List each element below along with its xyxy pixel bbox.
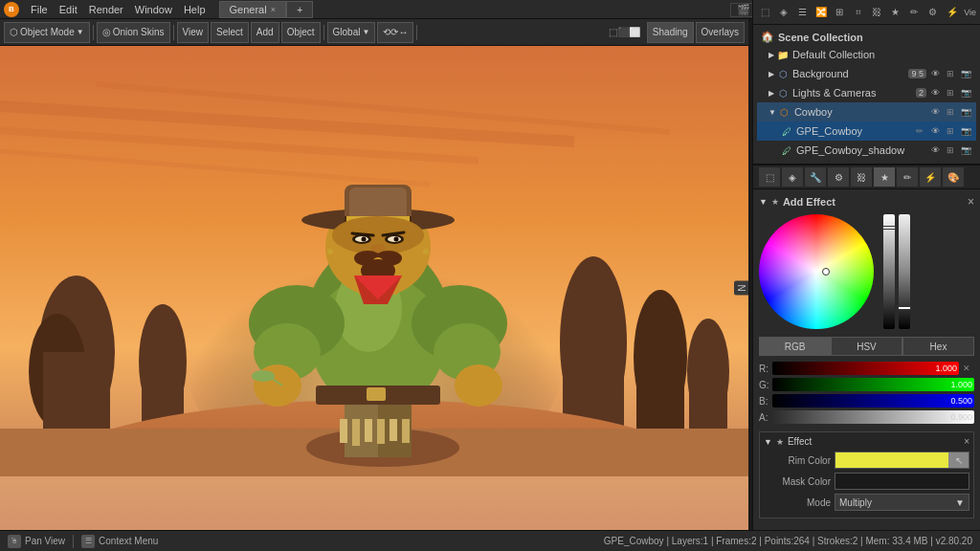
color-wheel-container[interactable]	[759, 214, 874, 329]
color-picker-close-btn[interactable]: ×	[968, 195, 974, 209]
shading-btn[interactable]: Shading	[647, 22, 694, 43]
cowboy-render-btn[interactable]: 📷	[959, 105, 972, 119]
prop-btn-9[interactable]: 🎨	[943, 167, 964, 187]
prop-btn-6[interactable]: ★	[874, 167, 895, 187]
outliner-icon-btn10[interactable]: ⚙	[924, 3, 941, 22]
overlays-btn[interactable]: Overlays	[696, 22, 745, 43]
brightness-handle[interactable]	[882, 226, 896, 230]
tab-new[interactable]: +	[286, 1, 313, 18]
color-wheel-dot[interactable]	[822, 268, 830, 276]
r-slider[interactable]: 1.000	[772, 362, 959, 375]
lights-eye-btn[interactable]: 👁	[928, 86, 942, 99]
default-collection-icon: 📁	[776, 48, 790, 61]
menu-file[interactable]: File	[25, 4, 54, 15]
tab-hex[interactable]: Hex	[902, 337, 974, 356]
effect-collapse-btn[interactable]: ▼	[759, 197, 768, 207]
add-effect-label: Add Effect	[783, 196, 835, 208]
object-btn[interactable]: Object	[281, 22, 321, 43]
gpe-shadow-restrict-btn[interactable]: ⊞	[944, 143, 957, 157]
outliner-icon-btn4[interactable]: 🔀	[813, 3, 829, 22]
a-slider[interactable]: 0.900	[772, 410, 974, 424]
g-slider[interactable]: 1.000	[772, 378, 974, 391]
n-panel-label[interactable]: N	[734, 280, 748, 295]
transform-icon: ⟲⟳↔	[383, 27, 408, 37]
gpe-cowboy-render-btn[interactable]: 📷	[959, 124, 972, 138]
view-label: View	[183, 27, 204, 37]
svg-point-52	[394, 237, 399, 242]
prop-btn-4[interactable]: ⚙	[828, 167, 849, 187]
view-btn[interactable]: View	[177, 22, 210, 43]
menu-render[interactable]: Render	[83, 4, 129, 15]
cowboy-item[interactable]: ▼ ⬡ Cowboy 👁 ⊞ 📷	[757, 102, 976, 121]
prop-btn-3[interactable]: 🔧	[805, 167, 826, 187]
gpe-cowboy-shadow-item[interactable]: 🖊 GPE_Cowboy_shadow 👁 ⊞ 📷	[757, 141, 976, 160]
prop-btn-7[interactable]: ✏	[897, 167, 918, 187]
lights-restrict-btn[interactable]: ⊞	[944, 86, 957, 99]
mask-color-swatch[interactable]	[835, 473, 969, 490]
background-render-btn[interactable]: 📷	[959, 67, 972, 80]
menu-help[interactable]: Help	[178, 4, 212, 15]
tab-rgb[interactable]: RGB	[759, 337, 831, 356]
lights-cameras-item[interactable]: ▶ ⬡ Lights & Cameras 2 👁 ⊞ 📷	[757, 83, 976, 102]
outliner-icon-btn9[interactable]: ✏	[905, 3, 922, 22]
onion-skins-btn[interactable]: ◎ Onion Skins	[97, 22, 170, 43]
background-restrict-btn[interactable]: ⊞	[944, 67, 957, 80]
lights-render-btn[interactable]: 📷	[959, 86, 972, 99]
gpe-cowboy-eye-btn[interactable]: 👁	[928, 124, 942, 138]
prop-btn-5[interactable]: ⛓	[851, 167, 872, 187]
tab-hsv[interactable]: HSV	[831, 337, 902, 356]
gpe-shadow-render-btn[interactable]: 📷	[959, 143, 972, 157]
cowboy-restrict-btn[interactable]: ⊞	[944, 105, 957, 119]
effect-fav-btn[interactable]: ★	[771, 197, 779, 207]
mask-color-label: Mask Color	[764, 476, 831, 487]
tab-close-icon[interactable]: ×	[271, 5, 276, 14]
viewport-icons[interactable]: ⬚⬛⬜	[604, 22, 645, 43]
prop-btn-2[interactable]: ◈	[782, 167, 803, 187]
prop-btn-1[interactable]: ⬚	[759, 167, 780, 187]
gpe-cowboy-restrict-btn[interactable]: ⊞	[944, 124, 957, 138]
scene-collection: 🏠 Scene Collection ▶ 📁 Default Collectio…	[753, 25, 980, 164]
cowboy-eye-btn[interactable]: 👁	[928, 105, 942, 119]
b-label: B:	[759, 396, 768, 407]
value-handle[interactable]	[898, 306, 911, 310]
gpe-cowboy-item[interactable]: 🖊 GPE_Cowboy ✏ 👁 ⊞ 📷	[757, 121, 976, 141]
effect-row-collapse[interactable]: ▼	[764, 437, 772, 447]
tab-general[interactable]: General ×	[219, 1, 286, 18]
brightness-slider[interactable]	[883, 214, 895, 329]
default-collection-item[interactable]: ▶ 📁 Default Collection	[757, 45, 976, 64]
lights-actions: 2 👁 ⊞ 📷	[914, 86, 972, 99]
effect-row-fav[interactable]: ★	[776, 437, 784, 447]
select-btn[interactable]: Select	[211, 22, 249, 43]
value-slider[interactable]	[899, 214, 910, 329]
outliner-icon-btn1[interactable]: ⬚	[757, 3, 773, 22]
outliner-icon-btn8[interactable]: ★	[887, 3, 903, 22]
viewport[interactable]: N	[0, 46, 748, 530]
outliner-icon-btn5[interactable]: ⊞	[832, 3, 848, 22]
outliner-icon-btn3[interactable]: ☰	[794, 3, 811, 22]
b-slider[interactable]: 0.500	[772, 394, 974, 408]
r-close[interactable]: ✕	[963, 364, 974, 373]
effect-close-btn[interactable]: ×	[964, 436, 969, 447]
svg-rect-30	[377, 419, 385, 444]
gpe-cowboy-edit-btn[interactable]: ✏	[913, 124, 926, 138]
global-arrow-icon: ▼	[362, 28, 369, 36]
menu-edit[interactable]: Edit	[54, 4, 83, 15]
gpe-shadow-eye-btn[interactable]: 👁	[928, 143, 942, 157]
menu-window[interactable]: Window	[129, 4, 178, 15]
add-btn[interactable]: Add	[251, 22, 279, 43]
outliner-icon-btn2[interactable]: ◈	[775, 3, 791, 22]
outliner-icon-btn6[interactable]: ⌗	[850, 3, 866, 22]
color-wheel[interactable]	[759, 214, 874, 329]
outliner-icon-btn7[interactable]: ⛓	[868, 3, 884, 22]
color-mode-tabs: RGB HSV Hex	[759, 337, 974, 356]
global-btn[interactable]: Global ▼	[327, 22, 376, 43]
mode-selector-dropdown[interactable]: Multiply ▼	[835, 494, 969, 511]
mode-selector[interactable]: ⬡ Object Mode ▼	[4, 22, 90, 43]
filter-btn[interactable]: ⚡	[943, 3, 962, 22]
transform-icons[interactable]: ⟲⟳↔	[377, 22, 413, 43]
right-panel: ⬚ ◈ ☰ 🔀 ⊞ ⌗ ⛓ ★ ✏ ⚙ ⚡ Vie 🏠 Scene Collec…	[752, 0, 980, 551]
rim-color-swatch[interactable]: ↖	[835, 452, 969, 469]
background-item[interactable]: ▶ ⬡ Background 9 5 👁 ⊞ 📷	[757, 64, 976, 83]
background-eye-btn[interactable]: 👁	[928, 67, 942, 80]
prop-btn-8[interactable]: ⚡	[920, 167, 941, 187]
